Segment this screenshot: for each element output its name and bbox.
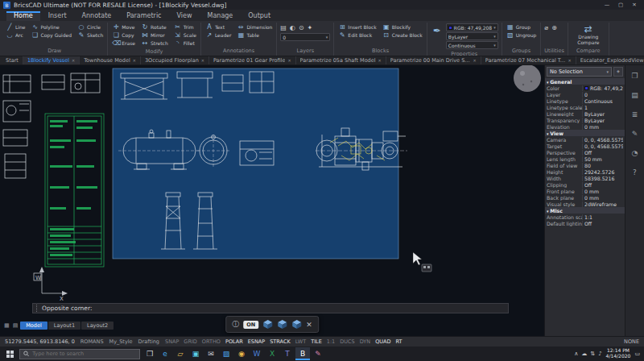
ribbon-button[interactable]: ✂ Trim xyxy=(173,23,197,31)
ribbon-tab[interactable]: Manage xyxy=(200,11,241,21)
volume-icon[interactable]: ♪ xyxy=(598,351,601,357)
ribbon-button[interactable]: ○ Circle xyxy=(76,23,104,31)
notification-center-icon[interactable]: ▭ xyxy=(634,351,640,357)
network-icon[interactable]: ⇅ xyxy=(590,351,595,357)
layout-tab[interactable]: Model xyxy=(20,322,47,330)
ribbon-tab[interactable]: Annotate xyxy=(75,11,119,21)
property-row[interactable]: Perspective Off xyxy=(545,149,625,156)
property-row[interactable]: Back plane 0 mm xyxy=(545,194,625,201)
structure-panel-icon[interactable]: ≣ xyxy=(632,110,638,118)
document-tab[interactable]: Parametrize 07 Mechanical Transmission A… xyxy=(481,56,576,64)
ribbon-tab[interactable]: View xyxy=(170,11,200,21)
utility-tool-icon[interactable]: ⊕ xyxy=(551,24,557,31)
ribbon-button[interactable]: ⊡ Create Block xyxy=(382,31,423,39)
status-toggle[interactable]: POLAR xyxy=(225,338,243,345)
block-thumbnail-icon[interactable] xyxy=(262,319,273,330)
block-thumbnail-icon[interactable] xyxy=(291,319,302,330)
status-toggle[interactable]: GRID xyxy=(184,338,196,345)
ribbon-button[interactable]: ▦ Table xyxy=(236,31,273,39)
teams-icon[interactable]: T xyxy=(280,347,295,360)
property-row[interactable]: Linetype Continuous xyxy=(545,98,625,104)
layer-tool-icon[interactable]: ▤ xyxy=(280,24,287,31)
property-dropdown[interactable]: RGB: 47,49,208 ▾ xyxy=(446,23,498,31)
ribbon-button[interactable]: ⇲ Scale xyxy=(173,31,197,39)
tab-close-icon[interactable]: ✕ xyxy=(287,58,291,63)
history-panel-icon[interactable]: ◔ xyxy=(632,149,638,157)
ribbon-button[interactable]: A Text xyxy=(204,23,233,31)
taskbar-search[interactable] xyxy=(19,349,140,359)
status-toggle[interactable]: LWT xyxy=(295,338,306,345)
block-thumbnail-icon[interactable] xyxy=(277,319,287,330)
property-row[interactable]: View xyxy=(545,130,625,136)
property-row[interactable]: Default lighting Off xyxy=(545,220,625,226)
property-row[interactable]: Misc xyxy=(545,207,625,214)
ribbon-button[interactable]: ∿ Polyline xyxy=(31,23,73,31)
close-icon[interactable]: ✕ xyxy=(306,321,312,329)
layers-panel-icon[interactable]: ▤ xyxy=(631,91,638,99)
bricscad-icon[interactable]: B xyxy=(295,347,310,360)
tab-close-icon[interactable]: ✕ xyxy=(473,58,477,63)
ribbon-tab[interactable]: Output xyxy=(241,11,278,21)
status-toggle[interactable]: RT xyxy=(396,338,402,345)
mail-icon[interactable]: ✉ xyxy=(204,347,218,360)
excel-icon[interactable]: X xyxy=(265,347,279,360)
start-button[interactable] xyxy=(2,347,17,360)
status-field[interactable]: ROMANS xyxy=(80,338,104,345)
status-field[interactable]: Drafting xyxy=(138,338,159,345)
layer-tool-icon[interactable]: ◐ xyxy=(290,24,295,31)
clock[interactable]: 12:14 PM 4/14/2020 xyxy=(606,348,631,359)
ribbon-tab[interactable]: Parametric xyxy=(119,11,168,21)
ribbon-tab[interactable]: Home xyxy=(6,11,40,21)
maximize-button[interactable]: ▢ xyxy=(614,1,627,10)
ribbon-button[interactable]: ❏ Copy xyxy=(111,31,136,39)
status-toggle[interactable]: ORTHO xyxy=(202,338,221,345)
selection-dropdown[interactable]: No Selection ▾ xyxy=(547,67,612,77)
annotation-panel-icon[interactable]: ✎ xyxy=(632,130,638,138)
property-row[interactable]: Visual style 2dWireframe xyxy=(545,201,625,207)
ribbon-button[interactable]: ▦ Group xyxy=(506,23,538,31)
tray-expand-icon[interactable]: ∧ xyxy=(574,351,578,357)
onedrive-icon[interactable]: ☁ xyxy=(581,351,587,357)
command-grip[interactable] xyxy=(36,305,38,312)
property-row[interactable]: Annotation scale 1:1 xyxy=(545,214,625,220)
ribbon-button[interactable]: ◝ Fillet xyxy=(173,39,197,47)
tab-close-icon[interactable]: ✕ xyxy=(133,58,136,63)
chrome-icon[interactable]: ◉ xyxy=(234,347,249,360)
command-line[interactable]: Opposite corner: xyxy=(32,303,509,313)
help-panel-icon[interactable]: ? xyxy=(633,168,637,176)
layout-tab[interactable]: Layout1 xyxy=(48,322,80,330)
document-tab[interactable]: Townhouse Model ✕ xyxy=(80,56,141,64)
property-dropdown[interactable]: Continuous ▾ xyxy=(446,41,498,49)
property-row[interactable]: Field of view 80 xyxy=(545,162,625,168)
ribbon-button[interactable]: ✛ Move xyxy=(111,23,136,31)
property-row[interactable]: Target 0, 0, 4568.5575 xyxy=(545,143,625,149)
property-row[interactable]: Front plane 0 mm xyxy=(545,188,625,194)
task-view-icon[interactable]: ❒ xyxy=(142,347,157,360)
ribbon-button[interactable]: ⇔ Dimension xyxy=(236,23,273,31)
layout-list-icon[interactable]: ▤ xyxy=(12,322,19,329)
status-toggle[interactable]: DUCS xyxy=(340,338,354,345)
status-toggle[interactable]: QUAD xyxy=(375,338,390,345)
document-tab[interactable]: Parametrize 05a Shaft Model ✕ xyxy=(296,56,386,64)
drawing-compare-button[interactable]: ⇄ Drawing Compare xyxy=(572,23,605,46)
ribbon-button[interactable]: ▧ Ungroup xyxy=(506,31,538,39)
layout-tab[interactable]: Layout2 xyxy=(81,322,114,330)
status-field[interactable]: My_Style xyxy=(109,338,133,345)
ribbon-button[interactable]: ⋈ Mirror xyxy=(140,31,169,39)
ribbon-button[interactable]: ◡ Arc xyxy=(5,31,27,39)
properties-panel-icon[interactable]: ❐ xyxy=(631,72,638,80)
ribbon-button[interactable]: ❏ Copy Guided xyxy=(31,31,73,39)
status-toggle[interactable]: SNAP xyxy=(165,338,179,345)
on-toggle[interactable]: ON xyxy=(243,321,258,329)
minimize-button[interactable]: — xyxy=(601,1,613,10)
photos-icon[interactable]: ▨ xyxy=(219,347,233,360)
document-tab[interactable]: 1Blockify Vessel ✕ xyxy=(23,56,80,64)
document-tab[interactable]: Parametrize 00 Main Drive Shaft Assembly… xyxy=(386,56,481,64)
property-row[interactable]: Height 29242.5726 xyxy=(545,168,625,175)
document-tab[interactable]: Escalator_ExplodedView ✕ xyxy=(576,56,644,64)
ribbon-button[interactable]: ↔ Stretch xyxy=(140,39,169,47)
store-icon[interactable]: ▣ xyxy=(188,347,203,360)
property-row[interactable]: Elevation 0 mm xyxy=(545,123,625,130)
model-space-icon[interactable]: ▦ xyxy=(3,322,10,329)
folder-icon[interactable]: ▱ xyxy=(173,347,188,360)
